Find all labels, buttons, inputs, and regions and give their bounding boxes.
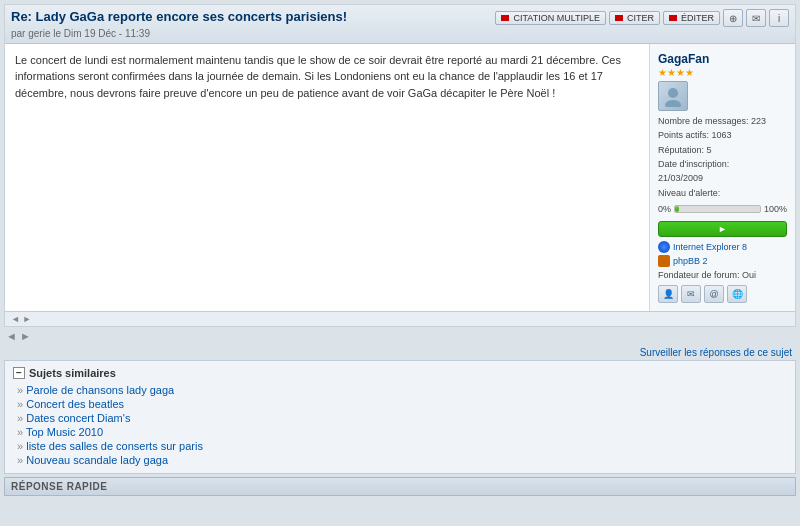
action-green-button[interactable]: ► [658, 221, 787, 237]
ie-icon [658, 241, 670, 253]
list-item: Parole de chansons lady gaga [17, 383, 787, 397]
alert-max-label: 100% [764, 202, 787, 216]
bookmark-button[interactable]: ⊕ [723, 9, 743, 27]
middle-arrows: ◄ ► [6, 330, 31, 342]
alert-pct-label: 0% [658, 202, 671, 216]
post-nav-arrows: ◄ ► [11, 314, 31, 324]
list-item: Nouveau scandale lady gaga [17, 453, 787, 467]
profile-icon[interactable]: 👤 [658, 285, 678, 303]
author-stars: ★★★★ [658, 67, 787, 78]
similar-link-3[interactable]: Dates concert Diam's [26, 412, 130, 424]
citation-multiple-button[interactable]: CITATION MULTIPLE [495, 11, 606, 25]
list-item: Dates concert Diam's [17, 411, 787, 425]
inscription-label: Date d'inscription: [658, 157, 787, 171]
author-name: GagaFan [658, 52, 787, 66]
email-icon[interactable]: @ [704, 285, 724, 303]
list-item: Top Music 2010 [17, 425, 787, 439]
citer-button[interactable]: CITER [609, 11, 660, 25]
list-item: liste des salles de conserts sur paris [17, 439, 787, 453]
similar-subjects-title: Sujets similaires [29, 367, 116, 379]
web-icon[interactable]: 🌐 [727, 285, 747, 303]
share-button[interactable]: ✉ [746, 9, 766, 27]
similar-link-4[interactable]: Top Music 2010 [26, 426, 103, 438]
points-label: Points actifs: 1063 [658, 128, 787, 142]
inscription-date: 21/03/2009 [658, 171, 787, 185]
similar-subjects-list: Parole de chansons lady gaga Concert des… [13, 383, 787, 467]
phpbb-badge: phpBB 2 [658, 255, 787, 267]
similar-link-2[interactable]: Concert des beatles [26, 398, 124, 410]
similar-link-1[interactable]: Parole de chansons lady gaga [26, 384, 174, 396]
flag-icon [501, 15, 509, 21]
svg-point-1 [665, 100, 681, 107]
editer-button[interactable]: ÉDITER [663, 11, 720, 25]
collapse-button[interactable]: − [13, 367, 25, 379]
browser-badge: Internet Explorer 8 [658, 241, 787, 253]
post-meta: par gerie le Dim 19 Déc - 11:39 [11, 28, 485, 39]
similar-link-6[interactable]: Nouveau scandale lady gaga [26, 454, 168, 466]
quick-reply-bar: RÉPONSE RAPIDE [4, 477, 796, 496]
similar-link-5[interactable]: liste des salles de conserts sur paris [26, 440, 203, 452]
quick-reply-label: RÉPONSE RAPIDE [11, 481, 107, 492]
quote-icon [615, 15, 623, 21]
reputation-label: Réputation: 5 [658, 143, 787, 157]
alert-progress-fill [675, 206, 679, 212]
watch-link[interactable]: Surveiller les réponses de ce sujet [640, 347, 792, 358]
avatar [658, 81, 688, 111]
similar-subjects-section: − Sujets similaires Parole de chansons l… [4, 360, 796, 474]
edit-icon [669, 15, 677, 21]
svg-point-0 [668, 88, 678, 98]
pm-icon[interactable]: ✉ [681, 285, 701, 303]
founder-line: Fondateur de forum: Oui [658, 270, 787, 280]
phpbb-icon [658, 255, 670, 267]
post-title: Re: Lady GaGa reporte encore ses concert… [11, 9, 485, 26]
alert-label: Niveau d'alerte: [658, 186, 787, 200]
post-body-text: Le concert de lundi est normalement main… [15, 52, 639, 102]
list-item: Concert des beatles [17, 397, 787, 411]
alert-progress-bar [674, 205, 761, 213]
info-button[interactable]: i [769, 9, 789, 27]
messages-label: Nombre de messages: 223 [658, 114, 787, 128]
